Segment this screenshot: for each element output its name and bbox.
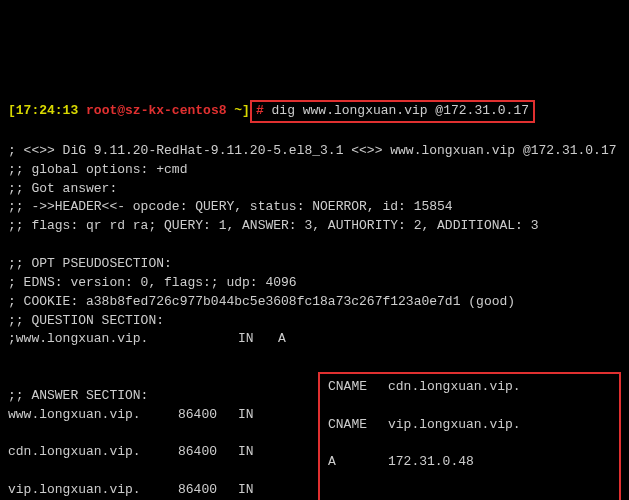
cookie-line: ; COOKIE: a38b8fed726c977b044bc5e3608fc1… xyxy=(8,294,515,309)
prompt-user: root xyxy=(86,103,117,118)
question-name: ;www.longxuan.vip. xyxy=(8,330,178,349)
got-answer: ;; Got answer: xyxy=(8,181,117,196)
opt-pseudosection-hdr: ;; OPT PSEUDOSECTION: xyxy=(8,256,172,271)
prompt-at: @ xyxy=(117,103,125,118)
prompt-bracket: ] xyxy=(242,103,250,118)
sections-right: CNAMEcdn.longxuan.vip. CNAMEvip.longxuan… xyxy=(318,368,621,500)
command-text[interactable]: dig www.longxuan.vip @172.31.0.17 xyxy=(272,103,529,118)
question-section-hdr: ;; QUESTION SECTION: xyxy=(8,313,164,328)
prompt-hash: # xyxy=(256,103,264,118)
table-row: cdn.longxuan.vip.86400IN xyxy=(8,443,318,462)
answer-section-hdr: ;; ANSWER SECTION: xyxy=(8,388,148,403)
sections-left: ;; ANSWER SECTION: www.longxuan.vip.8640… xyxy=(8,368,318,500)
prompt-host: sz-kx-centos8 xyxy=(125,103,226,118)
question-row: ;www.longxuan.vip. INA xyxy=(8,330,621,349)
table-row: CNAMEvip.longxuan.vip. xyxy=(328,416,611,435)
edns-line: ; EDNS: version: 0, flags:; udp: 4096 xyxy=(8,275,297,290)
prompt-timestamp: [17:24:13 xyxy=(8,103,78,118)
answer-highlight-box: CNAMEcdn.longxuan.vip. CNAMEvip.longxuan… xyxy=(318,372,621,500)
command-highlight-box: # dig www.longxuan.vip @172.31.0.17 xyxy=(250,100,535,123)
prompt-path: ~ xyxy=(234,103,242,118)
question-ttl xyxy=(178,330,238,349)
dig-banner: ; <<>> DiG 9.11.20-RedHat-9.11.20-5.el8_… xyxy=(8,143,617,158)
question-type: A xyxy=(278,330,338,349)
table-row: vip.longxuan.vip.86400IN xyxy=(8,481,318,500)
global-opts: ;; global options: +cmd xyxy=(8,162,187,177)
flags-line: ;; flags: qr rd ra; QUERY: 1, ANSWER: 3,… xyxy=(8,218,539,233)
table-row: A172.31.0.48 xyxy=(328,453,611,472)
table-row: CNAMEcdn.longxuan.vip. xyxy=(328,378,611,397)
terminal-output: [17:24:13 root@sz-kx-centos8 ~]# dig www… xyxy=(8,81,621,500)
table-row: www.longxuan.vip.86400IN xyxy=(8,406,318,425)
question-cls: IN xyxy=(238,330,278,349)
header-line: ;; ->>HEADER<<- opcode: QUERY, status: N… xyxy=(8,199,453,214)
sections-layout: ;; ANSWER SECTION: www.longxuan.vip.8640… xyxy=(8,368,621,500)
